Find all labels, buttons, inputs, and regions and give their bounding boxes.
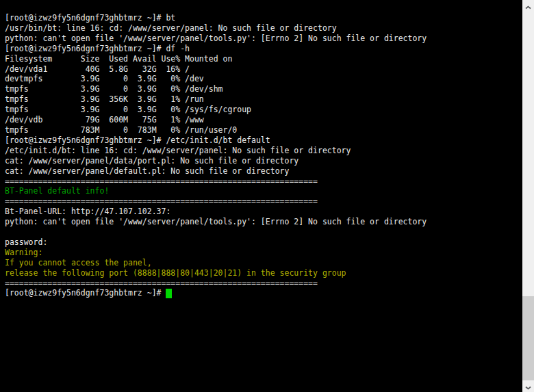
terminal-line: python: can't open file '/www/server/pan… [5,217,522,227]
terminal-line: /dev/vdb 79G 600M 75G 1% /www [5,115,522,125]
terminal-line: tmpfs 3.9G 356K 3.9G 1% /run [5,94,522,105]
terminal-line-text: /dev/vdb 79G 600M 75G 1% /www [5,115,204,125]
terminal-line-text: cat: /www/server/panel/data/port.pl: No … [5,156,298,166]
terminal-line-text: If you cannot access the panel, [5,258,152,267]
terminal-line: ========================================… [5,278,522,289]
terminal-line-text: /dev/vda1 40G 5.8G 32G 16% / [5,64,190,74]
terminal-line-text: tmpfs 3.9G 0 3.9G 0% /sys/fs/cgroup [5,105,251,114]
terminal-line-text: tmpfs 783M 0 783M 0% /run/user/0 [5,125,237,135]
terminal-line: tmpfs 3.9G 0 3.9G 0% /sys/fs/cgroup [5,105,522,115]
terminal-line: release the following port (8888|888|80|… [5,268,522,278]
terminal-line: /etc/init.d/bt: line 16: cd: /www/server… [5,146,522,156]
shell-prompt-line: [root@izwz9fy5n6dgnf73ghbtmrz ~]# [5,288,522,298]
terminal-line: password: [5,237,522,248]
terminal-line-text: BT-Panel default info! [5,186,109,196]
terminal-line-text: Warning: [5,248,42,257]
terminal-line-text: [root@izwz9fy5n6dgnf73ghbtmrz ~]# /etc/i… [5,135,270,145]
terminal-line-text: devtmpfs 3.9G 0 3.9G 0% /dev [5,74,204,83]
terminal-line: Filesystem Size Used Avail Use% Mounted … [5,54,522,64]
terminal-line-text: [root@izwz9fy5n6dgnf73ghbtmrz ~]# bt [5,13,175,23]
terminal-line-text: cat: /www/server/panel/default.pl: No su… [5,166,289,176]
terminal-line-text: python: can't open file '/www/server/pan… [5,217,427,226]
terminal-line: If you cannot access the panel, [5,258,522,268]
terminal-line: tmpfs 783M 0 783M 0% /run/user/0 [5,125,522,135]
terminal-line-text: password: [5,237,47,247]
terminal-line-text: Filesystem Size Used Avail Use% Mounted … [5,54,232,64]
terminal-line: Bt-Panel-URL: http://47.107.102.37: [5,207,522,217]
terminal-line-text [5,227,10,237]
terminal-line-text: [root@izwz9fy5n6dgnf73ghbtmrz ~]# df -h [5,44,190,53]
terminal-line: cat: /www/server/panel/data/port.pl: No … [5,156,522,166]
terminal-line: ========================================… [5,196,522,207]
terminal-line: /usr/bin/bt: line 16: cd: /www/server/pa… [5,23,522,34]
terminal-line-text: ========================================… [5,196,318,206]
terminal-line: [root@izwz9fy5n6dgnf73ghbtmrz ~]# df -h [5,44,522,54]
terminal-line-text: [root@izwz9fy5n6dgnf73ghbtmrz ~]# [5,288,166,298]
terminal-screen: [root@izwz9fy5n6dgnf73ghbtmrz ~]# bt/usr… [0,0,522,298]
terminal-line-text: /etc/init.d/bt: line 16: cd: /www/server… [5,146,351,155]
terminal-line-text: release the following port (8888|888|80|… [5,268,346,278]
terminal-line: [root@izwz9fy5n6dgnf73ghbtmrz ~]# /etc/i… [5,135,522,146]
scrollbar[interactable] [522,0,534,392]
terminal-line: BT-Panel default info! [5,186,522,196]
terminal-line-text: ========================================… [5,177,318,186]
chevron-down-icon [525,380,531,392]
terminal-line [5,227,522,237]
terminal-line-text: ========================================… [5,278,318,288]
terminal-cursor [166,289,172,298]
scroll-up-button[interactable] [522,0,534,12]
scrollbar-thumb[interactable] [522,296,534,380]
terminal-line: Warning: [5,248,522,258]
terminal-line-text: tmpfs 3.9G 0 3.9G 0% /dev/shm [5,84,223,94]
terminal-line: python: can't open file '/www/server/pan… [5,34,522,44]
terminal-line: /dev/vda1 40G 5.8G 32G 16% / [5,64,522,75]
terminal-line-text: tmpfs 3.9G 356K 3.9G 1% /run [5,94,204,104]
terminal-line: cat: /www/server/panel/default.pl: No su… [5,166,522,177]
terminal-line: devtmpfs 3.9G 0 3.9G 0% /dev [5,74,522,84]
terminal-line: ========================================… [5,177,522,187]
terminal-line: [root@izwz9fy5n6dgnf73ghbtmrz ~]# bt [5,13,522,23]
terminal-line-text: python: can't open file '/www/server/pan… [5,34,427,43]
terminal-line-text: Bt-Panel-URL: http://47.107.102.37: [5,207,170,216]
scroll-down-button[interactable] [522,380,534,392]
chevron-up-icon [525,0,531,12]
terminal-line: tmpfs 3.9G 0 3.9G 0% /dev/shm [5,84,522,94]
terminal-viewport[interactable]: [root@izwz9fy5n6dgnf73ghbtmrz ~]# bt/usr… [0,0,522,392]
terminal-window: [root@izwz9fy5n6dgnf73ghbtmrz ~]# bt/usr… [0,0,534,392]
terminal-line-text: /usr/bin/bt: line 16: cd: /www/server/pa… [5,23,337,33]
